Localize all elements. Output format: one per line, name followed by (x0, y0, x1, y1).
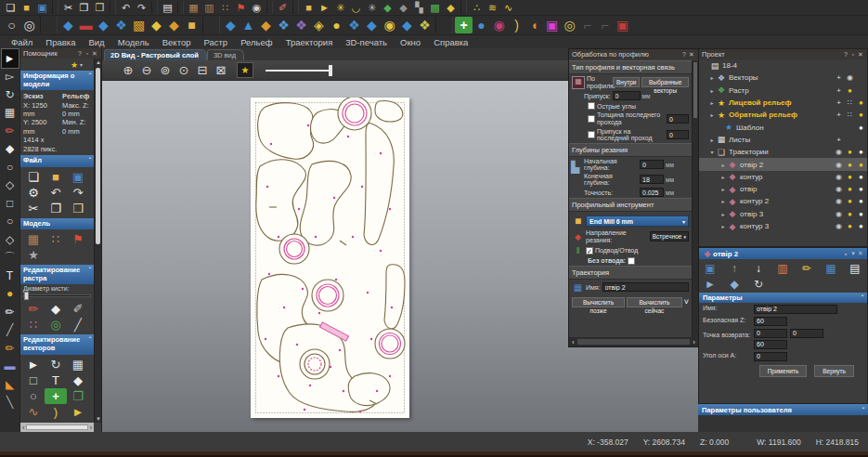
start-depth-input[interactable] (640, 160, 664, 169)
eraser-icon[interactable]: ◆ (45, 301, 67, 317)
zoom-1to1-icon[interactable]: ⊙ (175, 62, 193, 79)
delete-toolpath-icon[interactable]: ▥ (775, 261, 790, 275)
close-button[interactable]: ✕ (688, 51, 695, 59)
line-icon[interactable]: ╱ (67, 317, 89, 333)
expand-arrow[interactable]: ▸ (719, 186, 727, 192)
visibility-2d-icon[interactable] (846, 136, 854, 144)
transform-toolpath-icon[interactable]: ↻ (751, 277, 766, 291)
overlap-icon[interactable]: ◎ (561, 17, 578, 33)
menu-item[interactable]: Правка (39, 37, 82, 47)
blue-group-icon[interactable]: ❖ (112, 17, 130, 33)
favorite-zoom-button[interactable]: ★ (237, 62, 253, 78)
menu-item[interactable]: Траектория (279, 37, 340, 47)
light-icon[interactable]: ⚑ (67, 231, 89, 247)
arcs-icon[interactable]: ) (45, 404, 67, 420)
machining-hscrollbar[interactable]: ‹› (569, 337, 698, 346)
open-file-icon[interactable]: ■ (19, 1, 34, 15)
model-section-header[interactable]: Модель (20, 218, 94, 230)
tree-add-icon[interactable]: ◉ (835, 148, 843, 156)
expand-arrow[interactable]: ▾ (708, 149, 716, 155)
separator[interactable] (177, 1, 184, 14)
blue-relief-icon[interactable]: ◆ (59, 17, 77, 33)
tool-folder-icon[interactable]: ■ (572, 215, 584, 228)
set-size-icon[interactable]: ▦ (186, 1, 201, 15)
tree-add-icon[interactable]: ◉ (835, 173, 843, 181)
calculate-icon[interactable]: ▦ (823, 261, 838, 275)
file-section-header[interactable]: Файл ˆ (20, 155, 94, 167)
brush-diameter-slider[interactable] (23, 294, 91, 297)
new-model-icon[interactable]: ❏ (22, 169, 45, 185)
zoom-slider-thumb[interactable] (329, 65, 332, 76)
help-button[interactable]: ? (680, 51, 688, 58)
blue-wedge-icon[interactable]: ▲ (240, 17, 257, 33)
menu-item[interactable]: Файл (5, 37, 39, 47)
expand-arrow[interactable]: ▸ (719, 223, 727, 229)
tree-item-toolpaths[interactable]: ▾ ❏ Траектории ◉ ● ● (699, 146, 867, 158)
expand-arrow[interactable]: ▸ (708, 87, 716, 94)
folder-star-icon[interactable]: ■ (183, 17, 201, 33)
visibility-3d-icon[interactable] (857, 73, 865, 82)
split-icon[interactable]: ◖ (525, 17, 543, 33)
expand-arrow[interactable]: ▸ (719, 198, 727, 204)
toolpath-name-input[interactable] (754, 305, 837, 314)
expand-arrow[interactable]: ▸ (708, 99, 716, 106)
star-icon[interactable]: ★ (22, 247, 45, 263)
tree-add-icon[interactable]: + (835, 86, 843, 95)
scroll-thumb[interactable] (96, 68, 100, 244)
tree-add-icon[interactable]: ◉ (835, 197, 843, 205)
sharp-corners-checkbox[interactable] (588, 102, 595, 110)
visibility-3d-icon[interactable]: ● (857, 222, 865, 230)
zoom-slider[interactable] (266, 70, 332, 72)
sphere-icon[interactable]: ◎ (20, 17, 38, 33)
nudge-grid-tool[interactable]: ▦ (2, 104, 19, 123)
settings-icon[interactable]: ⚙ (22, 185, 45, 201)
expand-arrow[interactable]: ▸ (719, 211, 727, 217)
cut-icon[interactable]: ✂ (22, 201, 45, 216)
rectangle-tool[interactable]: □ (2, 194, 19, 213)
expand-arrow[interactable]: ▸ (719, 162, 727, 168)
visibility-2d-icon[interactable]: ● (846, 222, 854, 230)
cut-icon[interactable]: ✂ (60, 1, 76, 15)
tree-item-toolpath[interactable]: ▸ ◆ контур 3 ◉ ● ● (699, 220, 867, 232)
machining-vscrollbar[interactable] (692, 60, 698, 337)
tree-add-icon[interactable]: + (835, 136, 843, 144)
minimize-button[interactable]: ▾ (849, 250, 857, 257)
scroll-up-arrow[interactable]: ▲ (95, 59, 102, 66)
palette-icon[interactable]: ∷ (45, 231, 67, 247)
add-icon[interactable]: + (45, 388, 67, 404)
measure-icon[interactable]: ○ (22, 388, 45, 404)
open-model-icon[interactable]: ■ (45, 169, 67, 185)
polygon-tool[interactable]: ◇ (2, 230, 19, 249)
edit-toolpath-icon[interactable]: ✏ (799, 261, 814, 275)
visibility-2d-icon[interactable]: ∷ (846, 111, 854, 119)
separator[interactable] (292, 1, 299, 14)
text-icon[interactable]: T (45, 372, 67, 388)
model-info-header[interactable]: Информация о модели ˆ (20, 71, 94, 90)
drawing-canvas[interactable] (251, 98, 409, 418)
light-icon[interactable]: ⚑ (233, 1, 249, 15)
collapse-icon[interactable]: ˆ (862, 294, 863, 301)
layers-icon[interactable]: ❐ (67, 388, 89, 404)
scroll-left-arrow[interactable]: ‹ (572, 338, 575, 346)
visibility-2d-icon[interactable]: ● (846, 185, 854, 193)
visibility-3d-icon[interactable]: ● (857, 197, 865, 205)
move-up-icon[interactable]: ↑ (727, 261, 742, 275)
expand-arrow[interactable]: ▸ (708, 137, 716, 143)
transform-tool[interactable]: ↻ (2, 85, 19, 104)
expand-chevron-icon[interactable]: ˅ (684, 297, 689, 307)
copy-icon[interactable]: ❐ (45, 201, 67, 216)
toolpath-name-input[interactable] (602, 282, 689, 292)
tree-add-icon[interactable]: + (835, 98, 843, 107)
scroll-right-arrow[interactable]: › (693, 338, 695, 346)
visibility-2d-icon[interactable]: ● (846, 148, 854, 156)
erase-diamond-tool[interactable]: ◆ (2, 140, 19, 159)
wave-icon[interactable]: ∿ (22, 404, 45, 420)
menu-item[interactable]: Модель (111, 37, 156, 47)
redo-icon[interactable]: ↷ (67, 185, 89, 201)
gold-ball-icon[interactable]: ● (328, 17, 345, 33)
blue-diamond4-icon[interactable]: ◆ (398, 17, 416, 33)
float-button[interactable]: ▫ (849, 51, 857, 58)
scroll-track[interactable] (26, 424, 87, 430)
parameters-header[interactable]: Параметры ˆ (699, 293, 867, 303)
blue-diamond-icon[interactable]: ◆ (222, 17, 240, 33)
